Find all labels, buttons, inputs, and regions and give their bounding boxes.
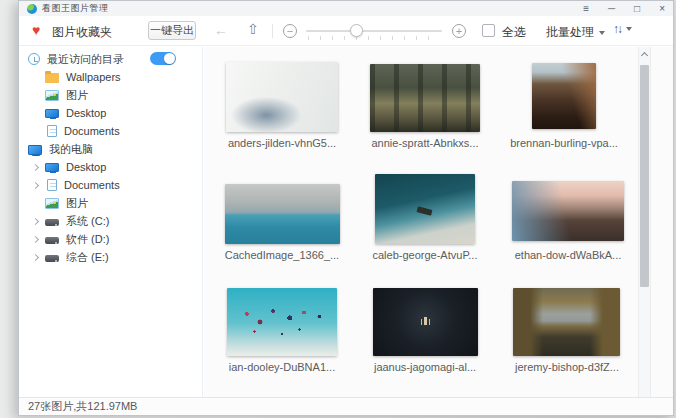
zoom-in-icon[interactable]: + (452, 24, 466, 38)
sidebar-item--d-[interactable]: 软件 (D:) (19, 230, 202, 248)
batch-process-button[interactable]: 批量处理 (546, 24, 605, 41)
folder-icon (45, 73, 59, 83)
sidebar-item--e-[interactable]: 综合 (E:) (19, 248, 202, 266)
photo-filename: jeremy-bishop-d3fZ... (487, 361, 647, 373)
recent-directories-toggle[interactable] (150, 52, 176, 65)
zoom-out-icon[interactable]: − (283, 24, 297, 38)
expand-arrow-icon[interactable] (32, 253, 39, 260)
toolbar: ♥ 图片收藏夹 一键导出 ← ⇧ − + 全选 批量处理 ↑↓ (19, 16, 673, 46)
clock-icon (28, 53, 40, 65)
sidebar-item-label: 系统 (C:) (66, 214, 109, 229)
title-bar: 看图王图片管理 ≡ ─ □ × (19, 1, 673, 16)
window-title: 看图王图片管理 (42, 2, 109, 15)
sidebar-item--[interactable]: 图片 (19, 194, 202, 212)
photo-filename: ian-dooley-DuBNA1... (202, 361, 362, 373)
expand-arrow-icon[interactable] (32, 181, 39, 188)
up-directory-icon[interactable]: ⇧ (247, 21, 259, 37)
sidebar-item--[interactable]: 我的电脑 (19, 140, 202, 158)
export-button[interactable]: 一键导出 (148, 21, 196, 40)
expand-arrow-icon[interactable] (32, 217, 39, 224)
sidebar-item-documents[interactable]: Documents (19, 176, 202, 194)
photo-thumbnail-dark-water-person[interactable] (373, 288, 478, 356)
drive-icon (45, 255, 59, 262)
document-icon (47, 125, 57, 137)
photo-filename: caleb-george-AtvuP... (345, 249, 505, 261)
batch-process-label: 批量处理 (546, 24, 594, 41)
sidebar-item-label: Documents (64, 179, 120, 191)
sidebar-tree: 最近访问的目录Wallpapers图片DesktopDocuments我的电脑D… (19, 47, 203, 397)
chevron-down-icon (599, 31, 605, 35)
thumbnail-size-slider[interactable] (306, 30, 442, 32)
photo-thumbnail-sunset-coast[interactable] (512, 181, 624, 241)
menu-icon[interactable]: ≡ (583, 1, 589, 16)
close-icon[interactable]: × (659, 1, 665, 16)
back-icon[interactable]: ← (214, 22, 228, 38)
sidebar-item--c-[interactable]: 系统 (C:) (19, 212, 202, 230)
photo-filename: CachedImage_1366_... (202, 249, 362, 261)
drive-icon (45, 237, 59, 244)
vertical-scrollbar[interactable] (638, 47, 651, 397)
sidebar-item-documents[interactable]: Documents (19, 122, 202, 140)
photo-thumbnail-canyon-mountains[interactable] (532, 63, 596, 129)
sidebar-item-label: 我的电脑 (49, 142, 93, 157)
sidebar-item-label: 软件 (D:) (66, 232, 109, 247)
status-bar: 27张图片,共121.97MB (19, 397, 673, 415)
sidebar-item-label: 图片 (66, 88, 88, 103)
photo-filename: annie-spratt-Abnkxs... (345, 137, 505, 149)
sidebar-item-label: Documents (64, 125, 120, 137)
photo-thumbnail-sea-horizon[interactable] (225, 184, 340, 244)
heart-icon: ♥ (32, 22, 40, 38)
chevron-down-icon (626, 27, 632, 31)
sidebar-item-label: 图片 (66, 196, 88, 211)
photo-thumbnail-snow-aerial[interactable] (226, 62, 338, 132)
photo-thumbnail-hot-air-balloons[interactable] (227, 288, 337, 356)
sidebar-item-label: Desktop (66, 161, 106, 173)
scroll-up-icon[interactable] (641, 52, 648, 59)
sidebar-item-desktop[interactable]: Desktop (19, 158, 202, 176)
document-icon (47, 179, 57, 191)
photo-thumbnail-boat-aerial[interactable] (375, 174, 475, 244)
sort-icon: ↑↓ (613, 22, 621, 36)
sidebar-item-label: 综合 (E:) (66, 250, 109, 265)
sidebar-item-label: Wallpapers (66, 71, 121, 83)
desktop-icon (45, 163, 59, 172)
photo-filename: anders-jilden-vhnG5... (202, 137, 362, 149)
computer-icon (28, 145, 42, 155)
select-all-label: 全选 (502, 24, 526, 41)
slider-thumb[interactable] (350, 24, 363, 37)
pictures-icon (45, 198, 59, 209)
photo-filename: ethan-dow-dWaBkA... (488, 249, 648, 261)
sidebar-item-wallpapers[interactable]: Wallpapers (19, 68, 202, 86)
select-all-checkbox[interactable] (482, 24, 495, 37)
maximize-icon[interactable]: □ (634, 1, 640, 16)
expand-arrow-icon[interactable] (32, 163, 39, 170)
app-logo-icon (27, 4, 37, 14)
sidebar-item--[interactable]: 最近访问的目录 (19, 50, 202, 68)
sidebar-item-label: 最近访问的目录 (47, 52, 124, 67)
photo-filename: brennan-burling-vpa... (484, 137, 644, 149)
drive-icon (45, 219, 59, 226)
status-text: 27张图片,共121.97MB (28, 399, 137, 414)
minimize-icon[interactable]: ─ (608, 1, 615, 16)
desktop-icon (45, 109, 59, 118)
photo-filename: jaanus-jagomagi-al... (345, 361, 505, 373)
pictures-icon (45, 90, 59, 101)
gallery-panel: anders-jilden-vhnG5...annie-spratt-Abnkx… (204, 47, 673, 397)
photo-thumbnail-forest-deer[interactable] (370, 64, 480, 132)
favorites-title: 图片收藏夹 (52, 24, 112, 41)
photo-thumbnail-autumn-lake[interactable] (513, 288, 620, 356)
sort-button[interactable]: ↑↓ (613, 22, 632, 36)
slider-ticks (308, 36, 440, 40)
app-window: 看图王图片管理 ≡ ─ □ × ♥ 图片收藏夹 一键导出 ← ⇧ − + 全选 … (18, 0, 674, 416)
expand-arrow-icon[interactable] (32, 235, 39, 242)
sidebar-item--[interactable]: 图片 (19, 86, 202, 104)
toolbar-divider (272, 24, 273, 38)
sidebar-item-label: Desktop (66, 107, 106, 119)
sidebar-item-desktop[interactable]: Desktop (19, 104, 202, 122)
